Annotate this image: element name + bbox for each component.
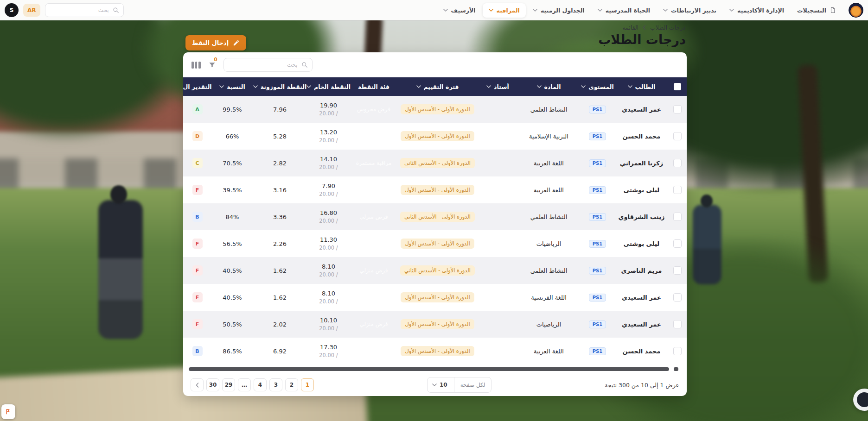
cell-percent: 99.5%: [211, 106, 253, 113]
column-settings-button[interactable]: [191, 62, 201, 69]
sort-chevron-icon[interactable]: [537, 85, 542, 88]
chevron-left-icon: [643, 25, 646, 30]
app-logo[interactable]: [849, 3, 863, 18]
evaluation-period-chip: الدورة الأولى - الأسدس الأول: [401, 346, 474, 356]
sort-chevron-icon[interactable]: [416, 85, 421, 88]
breadcrumb-item[interactable]: درجات الطلاب: [650, 24, 685, 31]
raw-score-value: 17.30: [320, 344, 337, 351]
sort-chevron-icon[interactable]: [306, 85, 311, 88]
cell-category: فرض منزلي: [351, 267, 397, 274]
raw-score-max: / 20.00: [319, 191, 338, 197]
cell-percent: 50.5%: [211, 321, 253, 328]
select-all-checkbox[interactable]: [674, 83, 681, 90]
nav-item-school-life[interactable]: الحياة المدرسية: [592, 3, 656, 18]
level-badge: PS1: [589, 347, 606, 355]
column-header-raw[interactable]: النقطة الخام: [306, 83, 351, 90]
global-search[interactable]: [45, 3, 124, 17]
column-header-teacher[interactable]: أستاذ: [478, 83, 517, 90]
row-checkbox[interactable]: [673, 239, 682, 248]
row-checkbox[interactable]: [673, 347, 682, 355]
cell-period: الدورة الأولى - الأسدس الأول: [397, 292, 478, 302]
language-button[interactable]: AR: [23, 4, 40, 17]
cell-grade: D: [183, 131, 211, 141]
evaluation-period-chip: الدورة الأولى - الأسدس الثاني: [400, 265, 475, 276]
sort-chevron-icon[interactable]: [253, 85, 258, 88]
nav-item-monitoring[interactable]: المراقبة: [483, 3, 526, 18]
filter-button[interactable]: 0: [208, 61, 216, 69]
student-name: ليلى بوشتى: [624, 240, 659, 247]
filter-funnel-icon: [208, 61, 216, 69]
per-page-select[interactable]: لكل صفحة 10: [427, 377, 491, 393]
row-checkbox[interactable]: [673, 186, 682, 194]
floating-widget-button[interactable]: [1, 404, 15, 419]
results-summary: عرض 1 إلى 10 من 300 نتيجة: [605, 382, 679, 389]
table-search-input[interactable]: [228, 61, 299, 69]
cell-select: [668, 159, 687, 167]
scrollbar-thumb[interactable]: [189, 367, 669, 371]
nav-item-registrations[interactable]: التسجيلات: [791, 3, 842, 18]
column-header-period[interactable]: فترة التقييم: [397, 83, 478, 90]
sort-chevron-icon[interactable]: [628, 85, 632, 88]
row-checkbox[interactable]: [673, 320, 682, 328]
sort-chevron-icon[interactable]: [219, 85, 224, 88]
row-checkbox[interactable]: [673, 159, 682, 167]
raw-score-value: 10.10: [320, 317, 337, 324]
row-checkbox[interactable]: [673, 105, 682, 113]
cell-subject: النشاط العلمي: [517, 267, 580, 274]
nav-item-affiliations-management[interactable]: تدبير الارتباطات: [657, 3, 722, 18]
sort-chevron-icon[interactable]: [581, 85, 586, 88]
sort-chevron-icon[interactable]: [486, 85, 491, 88]
grades-table: الطالبالمستوىالمادةأستاذفترة التقييمفئة …: [183, 77, 687, 364]
next-page-button[interactable]: [191, 378, 204, 391]
cell-percent: 40.5%: [211, 294, 253, 301]
level-badge: PS1: [589, 267, 606, 275]
table-search[interactable]: [223, 58, 313, 72]
page-button-30[interactable]: 30: [206, 378, 219, 391]
row-checkbox[interactable]: [673, 213, 682, 221]
column-header-level[interactable]: المستوى: [580, 83, 615, 90]
cell-student: زينب الشرقاوي: [615, 214, 668, 220]
cell-level: PS1: [580, 294, 615, 302]
column-header-percent[interactable]: النسبة: [211, 83, 253, 90]
column-header-weighted[interactable]: النقطة الموزونة: [253, 83, 306, 90]
level-badge: PS1: [589, 132, 606, 140]
column-header-subject[interactable]: المادة: [517, 83, 580, 90]
raw-score-value: 7.90: [322, 182, 335, 189]
table-header-row: الطالبالمستوىالمادةأستاذفترة التقييمفئة …: [183, 77, 687, 96]
cell-percent: 39.5%: [211, 187, 253, 194]
table-row: ليلى بوشتىPS1اللغة العربيةالدورة الأولى …: [183, 176, 687, 203]
cell-raw: 13.20/ 20.00: [306, 129, 351, 144]
page-button-1[interactable]: 1: [301, 378, 314, 391]
page-button-4[interactable]: 4: [254, 378, 267, 391]
cell-select: [668, 186, 687, 194]
column-header-label: فترة التقييم: [424, 83, 459, 90]
global-search-input[interactable]: [50, 6, 110, 14]
nav-item-archive[interactable]: الأرشيف: [437, 3, 482, 18]
row-checkbox[interactable]: [673, 132, 682, 140]
cell-percent: 40.5%: [211, 267, 253, 274]
grades-table-card: 0 الطالبالمستوىالمادةأستاذفترة التقييمفئ…: [183, 52, 687, 396]
scrollbar-end-cap[interactable]: [674, 367, 678, 371]
page-button-2[interactable]: 2: [285, 378, 298, 391]
chat-icon: [857, 392, 868, 407]
chevron-down-icon: [663, 9, 668, 12]
page-button-3[interactable]: 3: [269, 378, 282, 391]
student-name: مريم الناصري: [621, 267, 662, 274]
enter-grades-button[interactable]: إدخال النقط: [185, 35, 246, 50]
column-header-student[interactable]: الطالب: [615, 83, 668, 90]
row-checkbox[interactable]: [673, 293, 682, 302]
evaluation-period-chip: الدورة الأولى - الأسدس الثاني: [400, 158, 475, 168]
raw-score: 8.10/ 20.00: [319, 290, 338, 305]
nav-item-academic-administration[interactable]: الإدارة الأكاديمية: [723, 3, 790, 18]
cell-subject: النشاط العلمي: [517, 106, 580, 113]
row-checkbox[interactable]: [673, 266, 682, 275]
user-avatar[interactable]: S: [5, 3, 19, 17]
cell-percent: 66%: [211, 133, 253, 140]
page-button-29[interactable]: 29: [222, 378, 235, 391]
cell-subject: اللغة العربية: [517, 348, 580, 355]
raw-score-max: / 20.00: [319, 325, 338, 332]
cell-period: الدورة الأولى - الأسدس الأول: [397, 319, 478, 329]
cell-category: فرض منزلي: [351, 214, 397, 220]
nav-item-timetables[interactable]: الجداول الزمنية: [527, 3, 591, 18]
level-badge: PS1: [589, 213, 606, 221]
